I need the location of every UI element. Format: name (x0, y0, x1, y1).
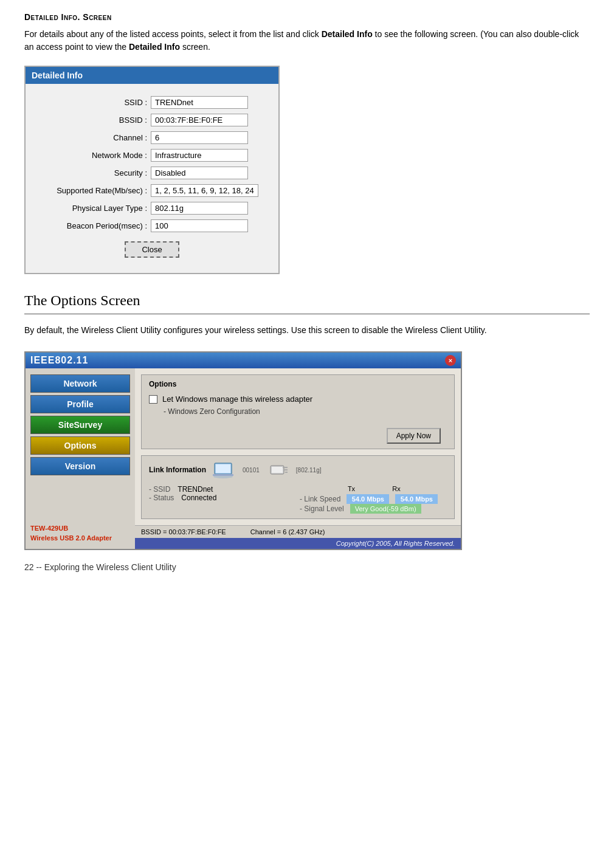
utility-window: IEEE802.11 × NetworkProfileSiteSurveyOpt… (24, 351, 462, 550)
sidebar-btn-options[interactable]: Options (30, 436, 130, 455)
dialog-field-row: BSSID :00:03:7F:BE:F0:FE (38, 114, 266, 126)
dialog-field-row: Security :Disabled (38, 167, 266, 179)
link-info-title: Link Information (149, 466, 206, 474)
sidebar-btn-profile[interactable]: Profile (30, 395, 130, 413)
utility-title: IEEE802.11 (30, 355, 88, 366)
dialog-field-value: Disabled (151, 167, 248, 179)
brand-line1: TEW-429UB (30, 525, 68, 532)
dialog-field-value: 1, 2, 5.5, 11, 6, 9, 12, 18, 24 (151, 184, 258, 197)
channel-status: Channel = 6 (2.437 GHz) (250, 528, 325, 536)
sidebar-brand: TEW-429UBWireless USB 2.0 Adapter (30, 512, 130, 543)
apply-now-button[interactable]: Apply Now (387, 428, 441, 444)
svg-rect-7 (284, 469, 288, 470)
windows-manage-row: Let Windows manage this wireless adapter (149, 394, 447, 404)
ssid-row: - SSID TRENDnet (149, 485, 296, 494)
sidebar-btn-network[interactable]: Network (30, 374, 130, 393)
rx-header: Rx (375, 485, 418, 492)
detailed-info-dialog: Detailed Info SSID :TRENDnetBSSID :00:03… (24, 66, 280, 274)
dialog-field-label: Beacon Period(msec) : (38, 221, 147, 230)
link-speed-row: - Link Speed 54.0 Mbps 54.0 Mbps (300, 494, 447, 504)
dialog-field-value: TRENDnet (151, 96, 248, 109)
dialog-field-label: Physical Layer Type : (38, 204, 147, 213)
footer-text: 22 -- Exploring the Wireless Client Util… (24, 562, 176, 572)
dialog-title: Detailed Info (32, 71, 83, 80)
link-info-panel: Link Information 00101 (141, 455, 455, 519)
sidebar-btn-version[interactable]: Version (30, 457, 130, 475)
standard-label: [802.11g] (296, 467, 322, 474)
dialog-field-label: BSSID : (38, 115, 147, 125)
dialog-field-row: Physical Layer Type :802.11g (38, 202, 266, 215)
dialog-field-row: Supported Rate(Mb/sec) :1, 2, 5.5, 11, 6… (38, 184, 266, 197)
options-panel: Options Let Windows manage this wireless… (141, 374, 455, 449)
options-screen-heading: The Options Screen (24, 292, 590, 309)
options-intro-text: By default, the Wireless Client Utility … (24, 324, 590, 337)
dialog-field-value: 802.11g (151, 202, 248, 215)
detailed-intro-text: For details about any of the listed acce… (24, 28, 590, 53)
dialog-field-value: Infrastructure (151, 149, 248, 162)
copyright-text: Copyright(C) 2005, All Rights Reserved. (336, 540, 455, 547)
svg-rect-5 (272, 467, 283, 473)
sidebar-btn-sitesurvey[interactable]: SiteSurvey (30, 416, 130, 434)
network-icon (212, 461, 234, 479)
dialog-field-row: Network Mode :Infrastructure (38, 149, 266, 162)
dialog-field-value: 6 (151, 131, 248, 144)
windows-zero-config-text: - Windows Zero Configuration (164, 407, 447, 416)
windows-manage-checkbox[interactable] (149, 395, 157, 404)
tx-speed-badge: 54.0 Mbps (347, 494, 389, 504)
brand-line2: Wireless USB 2.0 Adapter (30, 534, 112, 542)
dialog-container: Detailed Info SSID :TRENDnetBSSID :00:03… (24, 66, 590, 274)
utility-titlebar: IEEE802.11 × (26, 353, 461, 368)
main-content: Options Let Windows manage this wireless… (135, 368, 461, 549)
signal-value-badge: Very Good(-59 dBm) (350, 504, 421, 514)
section-divider (24, 314, 590, 314)
options-panel-title: Options (149, 380, 447, 388)
chip-label: 00101 (243, 467, 260, 474)
tx-header: Tx (330, 485, 373, 492)
dialog-field-label: Network Mode : (38, 151, 147, 160)
utility-body: NetworkProfileSiteSurveyOptionsVersionTE… (26, 368, 461, 549)
rx-speed-badge: 54.0 Mbps (395, 494, 438, 504)
dialog-field-label: Supported Rate(Mb/sec) : (38, 186, 147, 195)
dialog-field-label: SSID : (38, 98, 147, 107)
page-footer: 22 -- Exploring the Wireless Client Util… (24, 562, 590, 572)
svg-rect-8 (285, 472, 288, 473)
wireless-card-icon (268, 461, 290, 479)
svg-rect-6 (283, 467, 288, 468)
dialog-field-row: Beacon Period(msec) :100 (38, 219, 266, 232)
dialog-field-row: Channel :6 (38, 131, 266, 144)
svg-rect-3 (213, 474, 233, 476)
dialog-field-label: Channel : (38, 133, 147, 142)
svg-rect-2 (216, 464, 230, 473)
windows-manage-label: Let Windows manage this wireless adapter (162, 394, 312, 404)
status-row: - Status Connected (149, 494, 296, 502)
sidebar: NetworkProfileSiteSurveyOptionsVersionTE… (26, 368, 135, 549)
dialog-field-label: Security : (38, 168, 147, 177)
bssid-status: BSSID = 00:03:7F:BE:F0:FE (141, 528, 226, 536)
dialog-field-value: 100 (151, 219, 248, 232)
close-button[interactable]: Close (125, 241, 179, 258)
dialog-titlebar: Detailed Info (26, 67, 278, 84)
link-info-header: Link Information 00101 (149, 461, 447, 479)
window-close-button[interactable]: × (445, 355, 456, 366)
section-title-detailed: Detailed Info. Screen (24, 12, 590, 22)
dialog-field-row: SSID :TRENDnet (38, 96, 266, 109)
dialog-field-value: 00:03:7F:BE:F0:FE (151, 114, 248, 126)
status-bar: BSSID = 00:03:7F:BE:F0:FE Channel = 6 (2… (135, 525, 461, 538)
dialog-content: SSID :TRENDnetBSSID :00:03:7F:BE:F0:FECh… (26, 90, 278, 273)
copyright-bar: Copyright(C) 2005, All Rights Reserved. (135, 538, 461, 549)
signal-level-row: - Signal Level Very Good(-59 dBm) (300, 504, 447, 514)
